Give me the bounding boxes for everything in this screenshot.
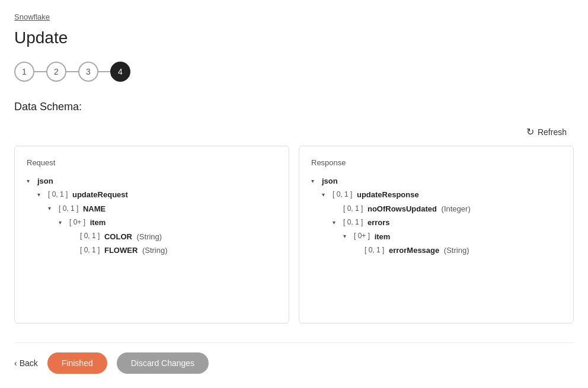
refresh-button[interactable]: ↻ Refresh (519, 123, 574, 141)
chevron-icon[interactable]: ▾ (343, 231, 351, 242)
root-chevron[interactable]: ▾ (27, 176, 35, 187)
toolbar: ↻ Refresh (14, 123, 574, 141)
tree-node: [ 0, 1 ] noOfRowsUpdated (Integer) (333, 202, 561, 216)
tree-node: ▾ [ 0+ ] item (343, 230, 561, 243)
response-tree: ▾ json ▾ [ 0, 1 ] updateResponse [ 0 (311, 174, 561, 257)
back-button[interactable]: ‹ Back (14, 358, 38, 368)
schema-section-title: Data Schema: (14, 101, 574, 113)
tree-node: ▾ [ 0, 1 ] updateResponse (322, 188, 561, 201)
refresh-icon: ↻ (526, 126, 534, 137)
request-panel: Request ▾ json ▾ [ 0, 1 ] updateRequest (14, 146, 289, 323)
tree-node: [ 0, 1 ] FLOWER (String) (69, 243, 277, 257)
stepper: 1 2 3 4 (14, 62, 574, 82)
tree-node: ▾ [ 0, 1 ] NAME (48, 202, 277, 216)
step-connector-3 (98, 71, 110, 72)
page-title: Update (14, 28, 574, 47)
step-connector-1 (34, 71, 46, 72)
request-tree: ▾ json ▾ [ 0, 1 ] updateRequest ▾ [ 0, (27, 174, 277, 257)
back-arrow-icon: ‹ (14, 358, 17, 368)
tree-node: ▾ [ 0+ ] item (59, 216, 277, 229)
step-1[interactable]: 1 (14, 62, 34, 82)
step-4[interactable]: 4 (110, 62, 130, 82)
step-2[interactable]: 2 (46, 62, 66, 82)
tree-node: [ 0, 1 ] errorMessage (String) (354, 243, 561, 257)
response-root-node: ▾ json (311, 174, 561, 188)
step-connector-2 (66, 71, 78, 72)
finished-button[interactable]: Finished (47, 352, 107, 374)
footer: ‹ Back Finished Discard Changes (14, 342, 574, 374)
chevron-icon[interactable]: ▾ (48, 203, 56, 214)
step-3[interactable]: 3 (78, 62, 98, 82)
tree-node: ▾ [ 0, 1 ] updateRequest (37, 188, 277, 201)
chevron-icon[interactable]: ▾ (322, 190, 330, 200)
tree-node: [ 0, 1 ] COLOR (String) (69, 230, 277, 243)
response-panel: Response ▾ json ▾ [ 0, 1 ] updateRespons… (299, 146, 574, 323)
request-root-node: ▾ json (27, 174, 277, 188)
breadcrumb[interactable]: Snowflake (14, 12, 50, 21)
chevron-icon[interactable]: ▾ (333, 217, 341, 228)
chevron-icon[interactable]: ▾ (59, 217, 67, 228)
chevron-icon[interactable]: ▾ (37, 190, 46, 200)
root-chevron[interactable]: ▾ (311, 176, 319, 187)
request-label: Request (27, 158, 277, 167)
tree-node: ▾ [ 0, 1 ] errors (333, 216, 561, 229)
discard-button[interactable]: Discard Changes (117, 352, 209, 374)
schema-panels: Request ▾ json ▾ [ 0, 1 ] updateRequest (14, 146, 574, 323)
response-label: Response (311, 158, 561, 167)
page-container: Snowflake Update 1 2 3 4 Data Schema: ↻ … (0, 0, 588, 388)
